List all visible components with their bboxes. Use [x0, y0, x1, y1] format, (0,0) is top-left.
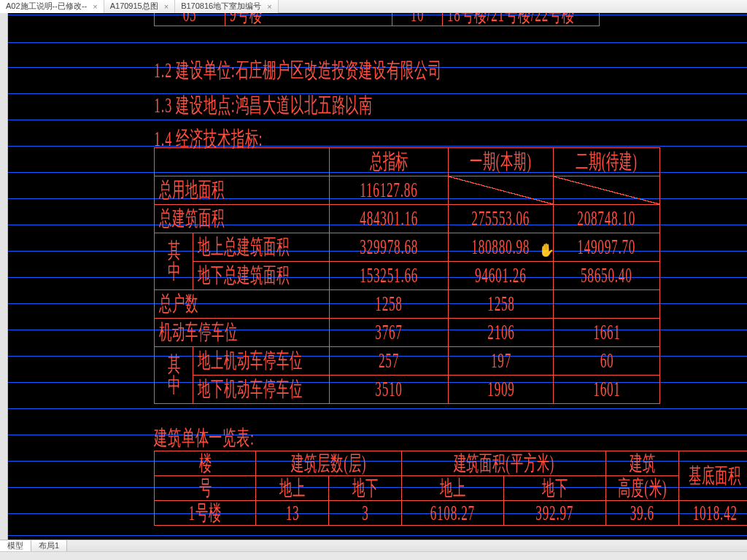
file-tab-0-label: A02施工说明--已修改--	[6, 1, 87, 12]
r3-v1: 329978.68	[329, 233, 449, 262]
tb2-h-shang2: 地上	[401, 475, 504, 501]
r7-v1: 257	[329, 346, 449, 376]
r4-v2: 94601.26	[448, 261, 554, 290]
r6-label: 机动车停车位	[154, 318, 330, 347]
close-icon[interactable]: ×	[267, 2, 271, 11]
status-bar	[0, 551, 747, 560]
r4-v3: 58650.40	[553, 261, 660, 290]
r3-v3: 149097.70	[553, 233, 660, 262]
file-tab-1[interactable]: A170915总图×	[104, 0, 175, 13]
tb2-r1-mx: 392.97	[503, 500, 606, 526]
r1-v3	[553, 176, 660, 205]
r5-v3	[553, 289, 660, 319]
r8-v2: 1909	[448, 375, 554, 404]
r1-label: 总用地面积	[154, 176, 330, 205]
section-1-3: 1.3 建设地点:鸿昌大道以北五路以南	[154, 92, 373, 120]
toprow-cell-2: 10	[392, 13, 443, 26]
r7-label: 地上机动车停车位	[193, 346, 330, 376]
r2-v1: 484301.16	[329, 204, 449, 233]
tb2-h-lou: 楼	[154, 451, 256, 476]
layout-tab-strip: 模型 布局1	[0, 540, 747, 551]
tbl-hdr-c3: 二期(待建)	[553, 147, 660, 176]
r5-label: 总户数	[154, 289, 330, 319]
r6-v3: 1661	[553, 318, 660, 347]
r5-v2: 1258	[448, 289, 554, 319]
tb2-r1-cs: 13	[255, 500, 329, 526]
r8-label: 地下机动车停车位	[193, 375, 330, 404]
tbl-hdr-c2: 一期(本期)	[448, 147, 554, 176]
tb2-r1-name: 1号楼	[154, 500, 256, 526]
r1-v1: 116127.86	[329, 176, 449, 205]
close-icon[interactable]: ×	[93, 2, 97, 11]
toprow-cell-1: 9号楼	[225, 13, 392, 26]
tb2-h-ceng: 建筑层数(层)	[255, 451, 402, 476]
section-1-2: 1.2 建设单位:石庄棚户区改造投资建设有限公司	[154, 57, 442, 85]
file-tab-0[interactable]: A02施工说明--已修改--×	[0, 0, 104, 13]
tbl-hdr-blank	[154, 147, 330, 176]
r7-v2: 197	[448, 346, 554, 376]
tb2-h-mj: 建筑面积(平方米)	[401, 451, 606, 476]
tb2-r1-g: 39.6	[605, 500, 679, 526]
r6-v2: 2106	[448, 318, 554, 347]
list-title: 建筑单体一览表:	[154, 424, 255, 453]
layout-tab-layout1-label: 布局1	[39, 540, 59, 551]
tb2-h-shang: 地上	[255, 475, 329, 501]
grp2-label: 其中	[154, 346, 193, 404]
tb2-h-jd: 基底面积	[678, 451, 747, 501]
r3-v2: 180880.98	[448, 233, 554, 262]
tb2-r1-ms: 6108.27	[401, 500, 504, 526]
r5-v1: 1258	[329, 289, 449, 319]
toprow-cell-0: 05	[154, 13, 225, 26]
layout-tab-layout1[interactable]: 布局1	[31, 540, 67, 551]
r7-v3: 60	[553, 346, 660, 376]
layout-tab-model[interactable]: 模型	[0, 540, 31, 551]
layout-tab-model-label: 模型	[7, 540, 23, 551]
tb2-h-gao2: 高度(米)	[605, 475, 679, 501]
file-tab-1-label: A170915总图	[110, 1, 158, 12]
tb2-h-hao: 号	[154, 475, 256, 501]
r4-label: 地下总建筑面积	[193, 261, 330, 290]
tb2-r1-jd: 1018.42	[678, 500, 747, 526]
grp1-label: 其中	[154, 233, 193, 290]
r3-label: 地上总建筑面积	[193, 233, 330, 262]
close-icon[interactable]: ×	[164, 2, 169, 11]
file-tab-2-label: B170816地下室加编号	[181, 1, 261, 12]
tb2-h-gao: 建筑	[605, 451, 679, 476]
drawing-canvas[interactable]: 05 9号楼 10 18号楼/21号楼/22号楼 1.2 建设单位:石庄棚户区改…	[8, 13, 747, 540]
left-ruler	[0, 13, 8, 540]
r2-v2: 275553.06	[448, 204, 554, 233]
toprow-cell-3: 18号楼/21号楼/22号楼	[442, 13, 600, 26]
r2-v3: 208748.10	[553, 204, 660, 233]
tb2-r1-cx: 3	[328, 500, 402, 526]
r1-v2	[448, 176, 554, 205]
file-tab-strip: A02施工说明--已修改--× A170915总图× B170816地下室加编号…	[0, 0, 747, 13]
tb2-h-xia2: 地下	[503, 475, 606, 501]
tb2-h-xia: 地下	[328, 475, 402, 501]
r8-v1: 3510	[329, 375, 449, 404]
tbl-hdr-c1: 总指标	[329, 147, 449, 176]
r6-v1: 3767	[329, 318, 449, 347]
file-tab-2[interactable]: B170816地下室加编号×	[175, 0, 278, 13]
r8-v3: 1601	[553, 375, 660, 404]
r4-v1: 153251.66	[329, 261, 449, 290]
r2-label: 总建筑面积	[154, 204, 330, 233]
